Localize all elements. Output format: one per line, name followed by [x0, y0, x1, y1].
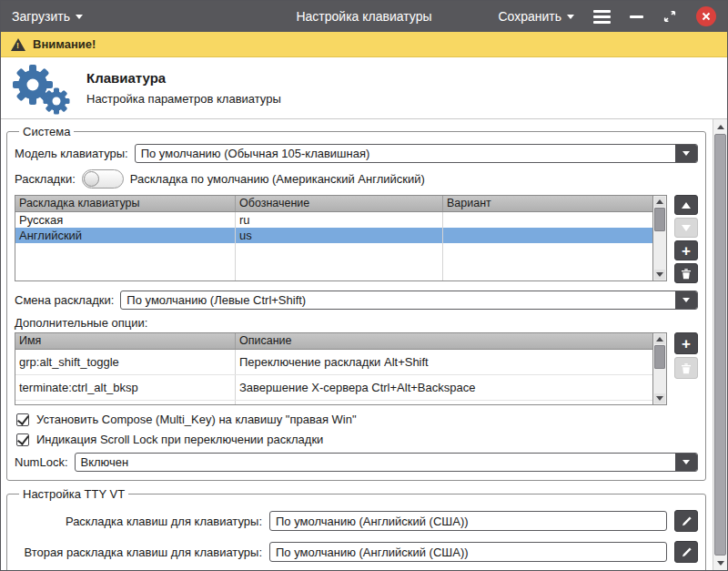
layouts-default-toggle[interactable]	[82, 169, 124, 189]
table-empty-area	[15, 243, 652, 280]
keyboard-model-value: По умолчанию (Обычная 105-клавишная)	[136, 145, 675, 162]
arrow-up-icon[interactable]	[714, 121, 726, 132]
tty-keymap2-edit-button[interactable]	[674, 541, 698, 563]
arrow-up-icon[interactable]	[654, 197, 665, 207]
layouts-toggle-label: Раскладка по умолчанию (Американский Анг…	[130, 172, 425, 186]
switch-policy-label: Смена раскладки:	[15, 293, 114, 307]
switch-policy-value: По умолчанию (Левые Ctrl+Shift)	[121, 291, 675, 309]
cell-variant	[443, 228, 652, 243]
menu-icon[interactable]	[593, 10, 611, 24]
compose-checkbox-label: Установить Compose (Multi_Key) на клавиш…	[36, 413, 357, 426]
minimize-button[interactable]	[630, 15, 643, 18]
cell-option-name: terminate:ctrl_alt_bksp	[15, 375, 236, 400]
extra-options-buttons: +	[674, 332, 698, 379]
warning-icon: !	[11, 38, 25, 51]
keyboard-model-dropdown-button[interactable]	[675, 145, 697, 162]
numlock-select[interactable]: Включен	[75, 453, 698, 472]
arrow-up-icon[interactable]	[654, 334, 665, 344]
scrollbar-thumb[interactable]	[714, 134, 726, 556]
load-menu-button[interactable]: Загрузить	[12, 9, 83, 24]
close-icon	[702, 12, 711, 21]
compose-checkbox[interactable]	[16, 413, 29, 426]
chevron-down-icon	[76, 15, 83, 19]
keyboard-model-label: Модель клавиатуры:	[15, 147, 128, 160]
switch-policy-dropdown-button[interactable]	[675, 291, 697, 309]
cell-layout: Английский	[15, 228, 236, 243]
table-row-selected[interactable]: Английский us	[15, 228, 652, 243]
arrow-down-icon	[682, 225, 691, 231]
main-scrollbar[interactable]	[713, 119, 727, 570]
delete-layout-button[interactable]	[674, 263, 698, 283]
gears-icon	[10, 62, 70, 115]
scroll-lock-checkbox-label: Индикация Scroll Lock при переключении р…	[36, 433, 323, 446]
add-option-button[interactable]: +	[674, 332, 698, 354]
column-header: Вариант	[443, 196, 652, 211]
extra-options-table: Имя Описание grp:alt_shift_toggle Перекл…	[15, 332, 667, 405]
move-down-button[interactable]	[674, 218, 698, 238]
cell-option-description: Завершение X-сервера Ctrl+Alt+Backspace	[236, 375, 652, 400]
cell-option-name: grp:alt_shift_toggle	[15, 350, 236, 374]
save-menu-label: Сохранить	[498, 9, 561, 24]
switch-policy-select[interactable]: По умолчанию (Левые Ctrl+Shift)	[120, 291, 698, 310]
tty-keymap2-field[interactable]: По умолчанию (Английский (США))	[269, 542, 667, 562]
layouts-table-scrollbar[interactable]	[652, 196, 666, 280]
layouts-label: Раскладки:	[15, 172, 76, 186]
page-subtitle: Настройка параметров клавиатуры	[86, 92, 281, 106]
column-header: Раскладка клавиатуры	[15, 196, 236, 211]
cell-code: us	[236, 228, 443, 243]
trash-icon	[681, 268, 692, 280]
arrow-down-icon[interactable]	[654, 270, 665, 280]
scroll-lock-checkbox[interactable]	[16, 433, 29, 446]
titlebar-actions: Сохранить	[498, 6, 716, 26]
plus-icon: +	[682, 336, 691, 352]
load-menu-label: Загрузить	[12, 9, 70, 24]
cell-option-description: Переключение раскладки Alt+Shift	[236, 350, 652, 374]
scroll-lock-checkbox-row[interactable]: Индикация Scroll Lock при переключении р…	[16, 433, 696, 446]
scrollbar-thumb[interactable]	[654, 345, 665, 369]
warning-label: Внимание!	[33, 37, 96, 51]
chevron-down-icon	[682, 460, 690, 464]
tty-section: Настройка TTY VT Раскладка клавиш для кл…	[6, 487, 706, 570]
system-section-legend: Система	[19, 125, 74, 138]
column-header: Описание	[236, 333, 652, 349]
extra-options-label: Дополнительные опции:	[15, 316, 147, 330]
keyboard-model-select[interactable]: По умолчанию (Обычная 105-клавишная)	[135, 144, 698, 163]
numlock-dropdown-button[interactable]	[675, 454, 697, 471]
save-menu-button[interactable]: Сохранить	[498, 9, 574, 24]
extra-options-table-scrollbar[interactable]	[652, 333, 666, 404]
scrollbar-thumb[interactable]	[654, 208, 665, 231]
layouts-table-header: Раскладка клавиатуры Обозначение Вариант	[15, 196, 652, 212]
arrow-down-icon[interactable]	[654, 393, 665, 403]
table-row[interactable]: Русская ru	[15, 212, 652, 228]
delete-option-button[interactable]	[674, 357, 698, 379]
tty-section-legend: Настройка TTY VT	[19, 487, 128, 501]
page-title: Клавиатура	[86, 70, 281, 86]
add-layout-button[interactable]: +	[674, 240, 698, 260]
pencil-icon	[681, 546, 693, 558]
numlock-label: NumLock:	[15, 455, 68, 469]
app-header: Клавиатура Настройка параметров клавиату…	[1, 57, 727, 119]
table-row[interactable]: grp:alt_shift_toggle Переключение раскла…	[15, 350, 652, 375]
toggle-thumb	[84, 171, 99, 187]
system-section: Система Модель клавиатуры: По умолчанию …	[6, 125, 706, 481]
table-empty-area	[15, 401, 652, 404]
expand-button[interactable]	[662, 9, 677, 24]
keyboard-settings-window: Загрузить Настройка клавиатуры Сохранить…	[0, 0, 728, 571]
layouts-table: Раскладка клавиатуры Обозначение Вариант…	[15, 195, 667, 281]
chevron-down-icon	[682, 151, 690, 156]
table-row[interactable]: terminate:ctrl_alt_bksp Завершение X-сер…	[15, 375, 652, 401]
compose-checkbox-row[interactable]: Установить Compose (Multi_Key) на клавиш…	[16, 413, 696, 426]
close-button[interactable]	[696, 6, 716, 26]
chevron-down-icon	[682, 298, 690, 302]
main-content: Система Модель клавиатуры: По умолчанию …	[1, 119, 713, 570]
arrow-down-icon[interactable]	[714, 557, 726, 568]
column-header: Обозначение	[236, 196, 443, 211]
move-up-button[interactable]	[674, 195, 698, 215]
tty-keymap-edit-button[interactable]	[674, 510, 698, 532]
tty-keymap-field[interactable]: По умолчанию (Английский (США))	[269, 511, 667, 531]
titlebar: Загрузить Настройка клавиатуры Сохранить	[1, 1, 727, 32]
layouts-table-buttons: +	[674, 195, 698, 283]
tty-keymap-label: Раскладка клавиш для клавиатуры:	[15, 515, 262, 528]
warning-bar: ! Внимание!	[1, 32, 727, 57]
plus-icon: +	[682, 243, 691, 259]
